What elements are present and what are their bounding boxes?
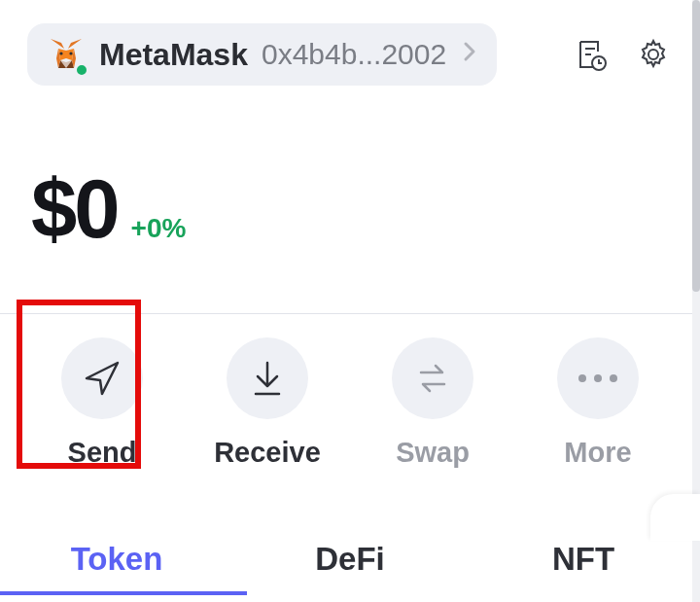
swap-label: Swap (396, 437, 470, 469)
svg-point-10 (69, 52, 72, 54)
swap-icon (392, 337, 473, 419)
top-bar: MetaMask 0x4b4b...2002 (0, 0, 700, 103)
receive-label: Receive (214, 437, 321, 469)
tab-token[interactable]: Token (0, 533, 233, 595)
more-icon (557, 337, 639, 419)
account-address: 0x4b4b...2002 (262, 38, 446, 71)
svg-point-12 (648, 50, 658, 59)
chevron-right-icon (462, 39, 477, 70)
tab-nft[interactable]: NFT (467, 533, 700, 595)
send-button[interactable]: Send (39, 337, 165, 469)
tab-defi[interactable]: DeFi (233, 533, 467, 595)
scrollbar-thumb[interactable] (692, 0, 700, 292)
svg-marker-1 (51, 39, 64, 49)
wallet-icon-wrap (47, 35, 86, 74)
more-label: More (564, 437, 631, 469)
transactions-icon[interactable] (572, 35, 611, 74)
balance-section: $0 +0% (0, 103, 700, 313)
connection-status-dot-icon (75, 63, 88, 77)
swap-button[interactable]: Swap (369, 337, 496, 469)
more-button[interactable]: More (535, 337, 661, 469)
account-selector[interactable]: MetaMask 0x4b4b...2002 (27, 23, 497, 86)
svg-marker-0 (68, 39, 82, 49)
balance-value: $0 (31, 161, 118, 257)
receive-button[interactable]: Receive (204, 337, 331, 469)
settings-gear-icon[interactable] (634, 35, 673, 74)
actions-row: Send Receive Swap More (0, 314, 700, 498)
asset-tabs: Token DeFi NFT (0, 533, 700, 595)
send-icon (61, 337, 143, 419)
page-curl-icon (650, 494, 700, 541)
receive-icon (227, 337, 308, 419)
account-name: MetaMask (99, 37, 248, 73)
send-label: Send (68, 437, 137, 469)
svg-point-9 (59, 52, 62, 54)
balance-change: +0% (131, 213, 187, 244)
